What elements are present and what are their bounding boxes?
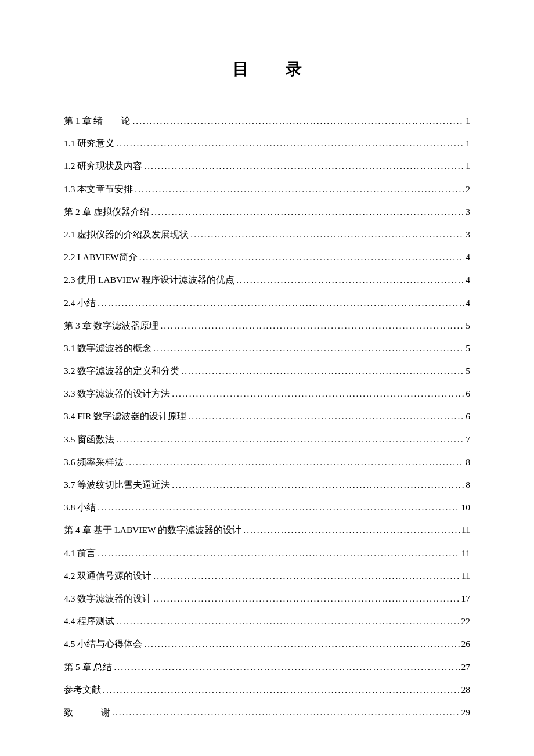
toc-entry-page: 27 <box>461 662 471 672</box>
toc-entry-label: 第 3 章 数字滤波器原理 <box>64 320 158 332</box>
toc-entry-label: 参考文献 <box>64 684 101 696</box>
title-char-2: 录 <box>286 60 302 78</box>
toc-entry-label: 4.4 程序测试 <box>64 615 114 628</box>
toc-entry-page: 8 <box>466 457 470 467</box>
toc-entry-label: 3.3 数字滤波器的设计方法 <box>64 388 170 400</box>
toc-leader-dots <box>98 548 460 559</box>
toc-entry-page: 10 <box>461 502 471 513</box>
toc-entry-page: 3 <box>466 207 470 217</box>
toc-entry-page: 4 <box>466 298 470 308</box>
toc-entry-label: 3.8 小结 <box>64 502 96 514</box>
toc-entry: 3.1 数字滤波器的概念5 <box>64 343 470 355</box>
toc-entry-label: 第 2 章 虚拟仪器介绍 <box>64 206 149 218</box>
toc-entry-label: 2.3 使用 LABVIEW 程序设计滤波器的优点 <box>64 274 234 286</box>
toc-entry-page: 11 <box>461 525 470 535</box>
toc-title: 目 录 <box>64 58 470 80</box>
toc-entry-page: 5 <box>466 343 470 354</box>
toc-entry-page: 28 <box>461 685 471 695</box>
toc-leader-dots <box>114 662 459 672</box>
toc-entry-label: 致 谢 <box>64 707 110 719</box>
toc-entry-label: 3.5 窗函数法 <box>64 434 114 446</box>
toc-entry: 1.2 研究现状及内容1 <box>64 160 470 172</box>
toc-leader-dots <box>151 207 464 217</box>
toc-entry: 3.4 FIR 数字滤波器的设计原理6 <box>64 411 470 423</box>
toc-leader-dots <box>153 343 464 354</box>
toc-leader-dots <box>116 434 464 445</box>
toc-entry-page: 1 <box>466 138 470 149</box>
toc-entry-page: 11 <box>461 571 470 581</box>
toc-leader-dots <box>112 707 460 718</box>
toc-entry: 第 3 章 数字滤波器原理5 <box>64 320 470 332</box>
toc-entry-page: 5 <box>466 321 470 331</box>
toc-entry: 第 2 章 虚拟仪器介绍3 <box>64 206 470 218</box>
toc-entry-label: 1.2 研究现状及内容 <box>64 160 142 172</box>
toc-leader-dots <box>172 480 464 490</box>
toc-entry: 3.2 数字滤波器的定义和分类5 <box>64 365 470 377</box>
toc-leader-dots <box>98 298 464 308</box>
table-of-contents: 第 1 章 绪 论11.1 研究意义11.2 研究现状及内容11.3 本文章节安… <box>64 115 470 719</box>
toc-leader-dots <box>139 252 464 262</box>
toc-leader-dots <box>243 525 460 535</box>
title-char-1: 目 <box>233 60 249 78</box>
toc-entry-label: 3.4 FIR 数字滤波器的设计原理 <box>64 411 186 423</box>
toc-entry: 第 1 章 绪 论1 <box>64 115 470 127</box>
toc-entry-page: 2 <box>466 184 470 195</box>
toc-leader-dots <box>132 116 464 126</box>
toc-entry: 3.6 频率采样法8 <box>64 456 470 469</box>
toc-entry-page: 4 <box>466 252 470 262</box>
toc-entry: 致 谢29 <box>64 707 470 719</box>
toc-entry-label: 3.2 数字滤波器的定义和分类 <box>64 365 179 377</box>
toc-entry-page: 11 <box>461 548 470 559</box>
toc-entry-label: 第 1 章 绪 论 <box>64 115 131 127</box>
toc-entry: 2.2 LABVIEW简介4 <box>64 251 470 264</box>
toc-entry-page: 6 <box>466 388 470 399</box>
toc-entry-label: 第 5 章 总结 <box>64 661 112 674</box>
toc-leader-dots <box>172 388 464 399</box>
toc-entry: 3.5 窗函数法7 <box>64 434 470 446</box>
toc-entry: 2.1 虚拟仪器的介绍及发展现状3 <box>64 229 470 241</box>
toc-leader-dots <box>116 616 459 627</box>
toc-entry: 4.4 程序测试22 <box>64 615 470 628</box>
toc-entry: 第 5 章 总结27 <box>64 661 470 674</box>
toc-entry-page: 17 <box>461 593 471 604</box>
toc-entry: 参考文献28 <box>64 684 470 696</box>
toc-entry-label: 1.1 研究意义 <box>64 138 114 150</box>
toc-leader-dots <box>190 229 464 240</box>
toc-entry: 1.3 本文章节安排2 <box>64 183 470 196</box>
toc-entry: 2.4 小结4 <box>64 297 470 309</box>
toc-leader-dots <box>135 184 464 195</box>
toc-entry: 3.8 小结10 <box>64 502 470 514</box>
toc-entry-page: 3 <box>466 229 470 240</box>
toc-leader-dots <box>153 593 459 604</box>
toc-entry: 3.7 等波纹切比雪夫逼近法8 <box>64 479 470 491</box>
toc-leader-dots <box>236 275 464 285</box>
toc-entry-label: 2.2 LABVIEW简介 <box>64 251 138 264</box>
toc-entry: 2.3 使用 LABVIEW 程序设计滤波器的优点4 <box>64 274 470 286</box>
toc-leader-dots <box>103 685 460 695</box>
toc-leader-dots <box>144 639 459 649</box>
toc-entry-label: 4.2 双通信号源的设计 <box>64 570 151 582</box>
toc-entry-page: 1 <box>466 161 470 171</box>
toc-entry: 4.2 双通信号源的设计11 <box>64 570 470 582</box>
toc-entry: 4.3 数字滤波器的设计17 <box>64 593 470 605</box>
toc-entry-page: 22 <box>461 616 471 627</box>
toc-entry-page: 26 <box>461 639 471 649</box>
toc-entry-label: 2.1 虚拟仪器的介绍及发展现状 <box>64 229 189 241</box>
toc-leader-dots <box>144 161 464 171</box>
toc-entry-label: 4.5 小结与心得体会 <box>64 638 142 650</box>
toc-entry-label: 3.7 等波纹切比雪夫逼近法 <box>64 479 170 491</box>
toc-leader-dots <box>116 138 464 149</box>
toc-leader-dots <box>188 411 464 422</box>
toc-entry-page: 29 <box>461 707 471 718</box>
toc-entry-page: 7 <box>466 434 470 445</box>
toc-entry-page: 4 <box>466 275 470 285</box>
toc-leader-dots <box>160 321 464 331</box>
toc-entry: 1.1 研究意义1 <box>64 138 470 150</box>
toc-leader-dots <box>125 457 464 467</box>
toc-entry-label: 第 4 章 基于 LABVIEW 的数字滤波器的设计 <box>64 524 241 537</box>
toc-entry-label: 1.3 本文章节安排 <box>64 183 133 196</box>
toc-entry-label: 4.1 前言 <box>64 548 96 560</box>
toc-entry: 4.1 前言11 <box>64 548 470 560</box>
toc-entry-label: 4.3 数字滤波器的设计 <box>64 593 151 605</box>
toc-leader-dots <box>153 571 460 581</box>
